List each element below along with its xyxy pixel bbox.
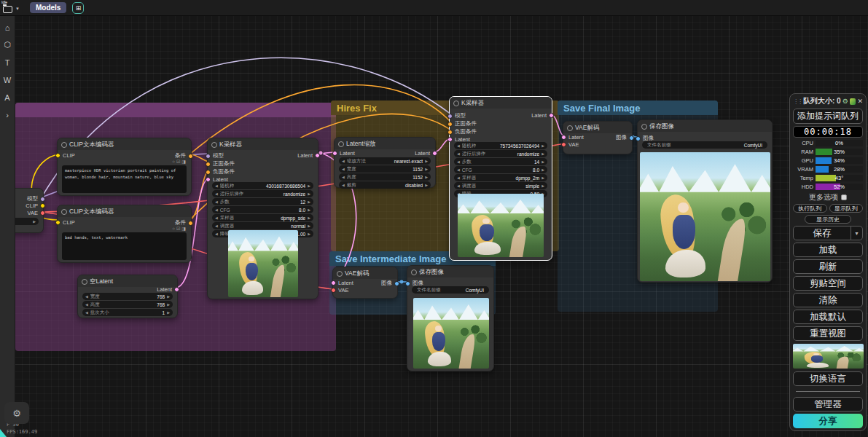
output-latent[interactable]: Latent: [531, 112, 554, 119]
templates-icon[interactable]: T: [2, 57, 13, 68]
node-title[interactable]: CLIP文本编码器: [58, 138, 191, 150]
conditioning-slot-icon[interactable]: [206, 170, 211, 175]
node-title[interactable]: 保存图像: [407, 266, 493, 277]
next-arrow-icon[interactable]: ▶: [425, 175, 428, 179]
prev-arrow-icon[interactable]: ◀: [457, 168, 460, 172]
save-button[interactable]: 保存: [793, 226, 851, 240]
input-positive[interactable]: 正面条件: [447, 120, 477, 127]
speaker-icon[interactable]: ◨: [181, 227, 187, 231]
node-mini-icons[interactable]: ○☑◨: [172, 226, 187, 231]
prompt-textarea[interactable]: masterpiece HDR victorian portrait paint…: [62, 165, 187, 193]
next-arrow-icon[interactable]: ▶: [167, 310, 170, 315]
view-history-button[interactable]: 显示历史: [805, 215, 851, 224]
filename-prefix-widget[interactable]: 文件名前缀ComfyUI: [412, 286, 489, 294]
conditioning-slot-icon[interactable]: [447, 122, 453, 127]
steps-widget[interactable]: ◀步数14▶: [454, 158, 547, 165]
conditioning-slot-icon[interactable]: [447, 130, 453, 135]
image-slot-icon[interactable]: [394, 281, 399, 286]
prev-arrow-icon[interactable]: ◀: [215, 200, 218, 204]
share-button[interactable]: 分享: [793, 414, 863, 428]
queue-front-button[interactable]: 执行队列: [793, 204, 827, 213]
load-button[interactable]: 加载: [793, 243, 863, 257]
nodes-icon[interactable]: ⬡: [2, 39, 13, 50]
cfg-widget[interactable]: ◀CFG8.0▶: [212, 206, 313, 213]
prev-arrow-icon[interactable]: ◀: [457, 151, 460, 156]
node-clip-encode-negative[interactable]: CLIP文本编码器 CLIP 条件 ○☑◨ bad hands, text, w…: [57, 205, 192, 263]
latent-slot-icon[interactable]: [447, 137, 453, 142]
upscale-method-widget[interactable]: ◀缩放方法nearest-exact▶: [339, 157, 431, 165]
clipspace-button[interactable]: 剪贴空间: [793, 276, 863, 291]
next-arrow-icon[interactable]: ▶: [541, 184, 544, 188]
group-header[interactable]: Save Final Image: [558, 101, 718, 115]
node-title[interactable]: CLIP文本编码器: [58, 205, 191, 217]
next-arrow-icon[interactable]: ▶: [541, 168, 544, 172]
node-latent-upscale[interactable]: Latent缩放 Latent Latent ◀缩放方法nearest-exac…: [334, 137, 436, 188]
gallery-preview-image[interactable]: [793, 344, 864, 369]
input-positive[interactable]: 正面条件: [206, 160, 235, 168]
refresh-button[interactable]: 刷新: [793, 259, 863, 274]
vae-slot-icon[interactable]: [40, 210, 45, 216]
chevron-down-icon[interactable]: ▼: [15, 7, 20, 11]
node-ksampler-1[interactable]: K采样器 模型 正面条件 负面条件 Latent Latent ◀随机种4301…: [207, 138, 318, 299]
prev-arrow-icon[interactable]: ◀: [457, 160, 460, 164]
next-arrow-icon[interactable]: ▶: [308, 224, 310, 228]
next-arrow-icon[interactable]: ▶: [308, 208, 310, 212]
group-header[interactable]: [15, 103, 336, 117]
tab-models[interactable]: Models: [30, 2, 66, 13]
new-workflow-button[interactable]: ⊞: [72, 2, 84, 14]
next-arrow-icon[interactable]: ▶: [167, 294, 170, 299]
prev-arrow-icon[interactable]: ◀: [342, 183, 345, 187]
clear-button[interactable]: 清除: [793, 293, 863, 307]
output-latent[interactable]: Latent: [157, 286, 179, 293]
node-title[interactable]: 空Latent: [78, 275, 177, 287]
latent-slot-icon[interactable]: [174, 287, 179, 292]
node-title[interactable]: Latent缩放: [335, 138, 435, 149]
model-slot-icon[interactable]: [447, 114, 453, 119]
view-queue-button[interactable]: 显示队列: [829, 204, 864, 213]
width-widget[interactable]: ◀宽度768▶: [82, 293, 173, 300]
latent-slot-icon[interactable]: [549, 113, 554, 118]
node-save-image-2[interactable]: 保存图像 图像 文件名前缀ComfyUI: [637, 119, 773, 283]
cfg-widget[interactable]: ◀CFG8.0▶: [454, 166, 547, 173]
input-negative[interactable]: 负面条件: [206, 168, 235, 176]
output-clip[interactable]: CLIP: [26, 202, 45, 209]
prev-arrow-icon[interactable]: ◀: [457, 184, 460, 188]
latent-slot-icon[interactable]: [332, 151, 337, 156]
next-arrow-icon[interactable]: ▶: [33, 219, 36, 224]
workflow-logo-icon[interactable]: [3, 6, 12, 13]
latent-slot-icon[interactable]: [331, 280, 336, 286]
prev-arrow-icon[interactable]: ◀: [215, 184, 218, 188]
save-dropdown-arrow-icon[interactable]: ▼: [851, 226, 863, 240]
graph-canvas[interactable]: Hires Fix Save Intermediate Image Save F…: [0, 0, 868, 437]
node-title[interactable]: K采样器: [450, 97, 552, 109]
image-icon[interactable]: [850, 98, 856, 105]
next-arrow-icon[interactable]: ▶: [308, 200, 310, 204]
batch-size-widget[interactable]: ◀批次大小1▶: [82, 309, 173, 316]
next-arrow-icon[interactable]: ▶: [425, 159, 428, 163]
load-default-button[interactable]: 加载默认: [793, 310, 863, 324]
next-arrow-icon[interactable]: ▶: [425, 183, 428, 187]
input-latent[interactable]: Latent: [561, 134, 584, 141]
node-ksampler-2[interactable]: K采样器 模型 正面条件 负面条件 Latent Latent ◀随机种7573…: [449, 96, 552, 261]
latent-slot-icon[interactable]: [432, 151, 437, 156]
next-arrow-icon[interactable]: ▶: [308, 192, 310, 196]
input-latent[interactable]: Latent: [332, 150, 355, 157]
prompt-textarea[interactable]: bad hands, text, watermark: [62, 232, 187, 260]
output-model[interactable]: 模型: [27, 195, 45, 202]
width-widget[interactable]: ◀宽度1152▶: [339, 165, 431, 173]
next-arrow-icon[interactable]: ▶: [541, 176, 544, 180]
next-arrow-icon[interactable]: ▶: [541, 160, 544, 164]
gear-icon[interactable]: ⚙: [842, 98, 848, 105]
node-vae-decode-2[interactable]: VAE解码 Latent VAE 图像: [563, 121, 633, 154]
node-title[interactable]: VAE解码: [563, 122, 632, 133]
prev-arrow-icon[interactable]: ◀: [215, 192, 218, 196]
next-arrow-icon[interactable]: ▶: [541, 151, 544, 156]
clip-slot-icon[interactable]: [40, 203, 45, 208]
next-arrow-icon[interactable]: ▶: [167, 302, 170, 307]
image-slot-icon[interactable]: [629, 135, 634, 141]
workflows-icon[interactable]: W: [2, 74, 13, 85]
image-slot-icon[interactable]: [636, 136, 641, 141]
output-latent[interactable]: Latent: [415, 150, 437, 157]
speaker-icon[interactable]: ◨: [181, 160, 187, 164]
prev-arrow-icon[interactable]: ◀: [215, 232, 218, 236]
